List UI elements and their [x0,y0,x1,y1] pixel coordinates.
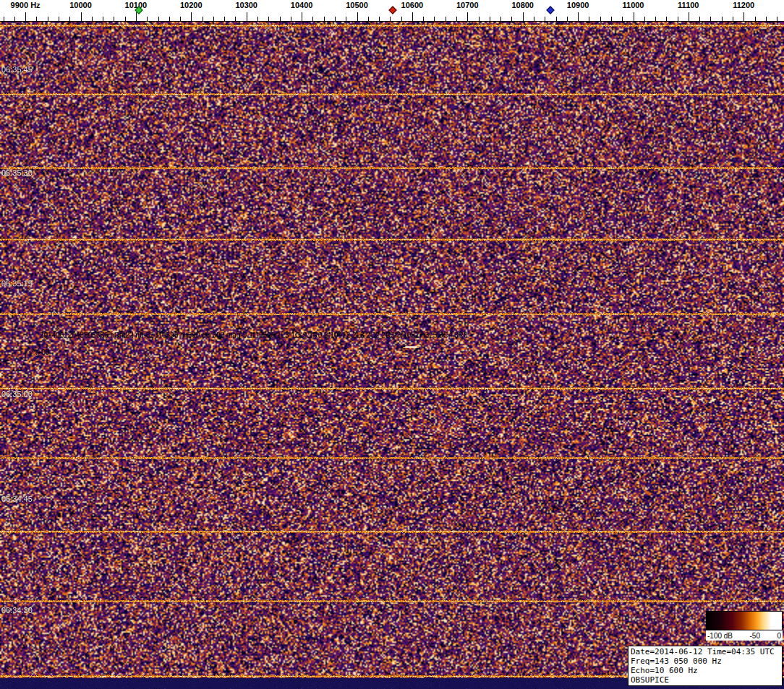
freq-tick [59,17,59,21]
freq-tick [213,17,214,21]
freq-tick [456,17,457,21]
freq-axis-label: 11100 [678,1,699,9]
freq-tick [467,12,468,21]
freq-axis-label: 10600 [401,1,424,9]
freq-tick [678,17,678,21]
freq-tick [368,17,369,21]
info-echo-line: Echo=10 600 Hz [631,666,780,675]
freq-axis-label: 9900 Hz [11,1,41,9]
freq-axis-label: 10000 [69,1,92,9]
legend-mid-label: -50 [750,632,760,640]
time-label: 06:34:45 [1,495,33,503]
freq-tick [203,17,203,21]
freq-tick [766,17,767,21]
spectrogram-canvas[interactable] [0,22,784,689]
freq-tick [743,12,744,21]
freq-tick [699,17,700,21]
db-scale-legend: -100 dB -50 0 [706,611,783,641]
freq-tick [622,17,623,21]
freq-tick [81,12,82,21]
freq-axis-label: 10800 [511,1,534,9]
freq-tick [136,12,137,21]
time-label: 06:34:30 [1,606,33,615]
freq-tick [722,17,723,21]
freq-tick [523,12,524,21]
spectrogram-area: 20140612043505656 hCnt22 nb-82 f10598 hi… [0,22,784,689]
freq-tick [446,17,446,21]
freq-tick [147,17,148,21]
freq-tick [4,17,4,21]
time-label: 06:35:45 [1,65,33,74]
freq-axis-label: 10200 [180,1,203,9]
freq-tick [69,17,70,21]
freq-tick [302,12,302,21]
freq-tick [710,17,711,21]
freq-tick [634,12,634,21]
freq-tick [423,17,424,21]
freq-tick [36,17,37,21]
freq-tick [180,17,181,21]
freq-tick [379,17,380,21]
red-marker-icon[interactable] [388,6,396,14]
freq-tick [48,17,48,21]
info-freq-line: Freq=143 050 000 Hz [631,656,780,666]
freq-tick [479,17,480,21]
freq-tick [25,12,26,21]
freq-axis-label: 10400 [291,1,313,9]
legend-min-label: -100 dB [707,632,733,640]
freq-tick [346,17,346,21]
info-station-line: OBSUPICE [631,675,780,685]
freq-tick [777,17,777,21]
freq-tick [611,17,612,21]
time-offset-annotation: ^t+05 [32,348,49,356]
db-scale-labels: -100 dB -50 0 [706,630,783,641]
info-date-line: Date=2014-06-12 Time=04:35 UTC [631,647,780,656]
time-label: 06:35:00 [1,390,33,398]
freq-tick [567,17,568,21]
freq-axis-label: 10700 [456,1,479,9]
freq-tick [390,17,391,21]
freq-axis-label: 11000 [623,1,644,9]
freq-tick [755,17,756,21]
freq-axis-label: 11200 [733,1,754,9]
observation-info-box: Date=2014-06-12 Time=04:35 UTC Freq=143 … [628,646,783,686]
freq-tick [655,17,656,21]
freq-tick [14,17,15,21]
freq-tick [490,17,490,21]
freq-tick [357,12,358,21]
freq-tick [733,17,733,21]
freq-tick [689,12,689,21]
db-gradient-bar [706,611,783,630]
freq-tick [247,12,247,21]
freq-tick [578,12,579,21]
freq-tick [268,17,269,21]
detection-annotation: 20140612043505656 hCnt22 nb-82 f10598 hi… [40,331,468,339]
freq-tick [412,12,413,21]
freq-tick [511,17,512,21]
time-label: 06:35:30 [1,168,33,177]
freq-tick [169,17,170,21]
freq-axis-label: 10900 [567,1,589,9]
frequency-axis: 9900 Hz100001010010200103001040010500106… [0,0,784,22]
freq-tick [257,17,258,21]
time-label: 06:35:15 [1,279,33,288]
freq-tick [434,17,435,21]
blue-marker-icon[interactable] [546,6,554,14]
freq-tick [92,17,93,21]
freq-tick [600,17,601,21]
freq-tick [312,17,313,21]
freq-tick [235,17,236,21]
freq-tick [335,17,336,21]
freq-axis-label: 10500 [346,1,368,9]
freq-axis-label: 10300 [235,1,257,9]
freq-tick [545,17,545,21]
freq-tick [291,17,291,21]
freq-tick [589,17,589,21]
freq-tick [644,17,645,21]
freq-tick [114,17,114,21]
freq-tick [103,17,103,21]
freq-tick [500,17,501,21]
freq-tick [191,12,192,21]
legend-max-label: 0 [777,632,781,640]
freq-tick [534,17,534,21]
